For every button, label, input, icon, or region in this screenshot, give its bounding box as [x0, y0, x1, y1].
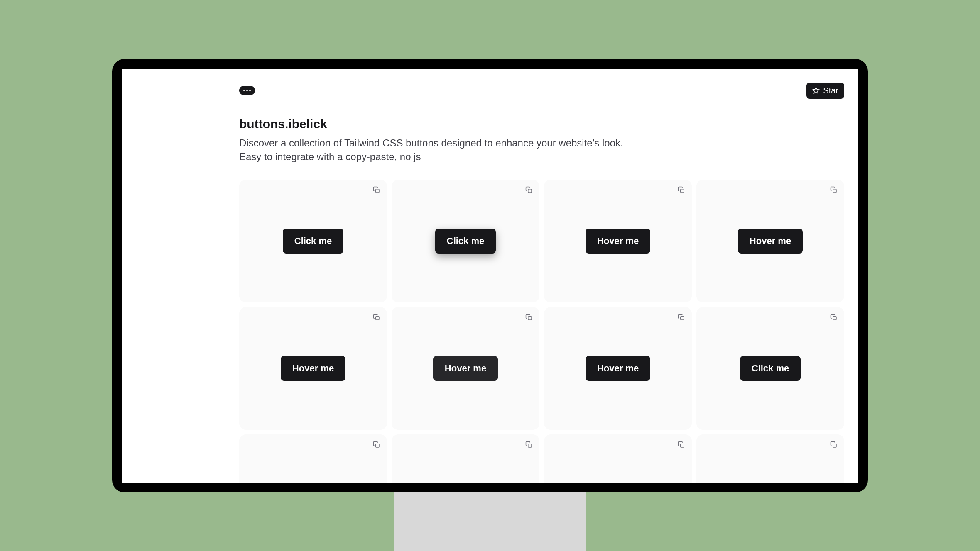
- logo-badge[interactable]: [239, 86, 255, 95]
- monitor-frame: Star buttons.ibelick Discover a collecti…: [112, 59, 868, 492]
- button-grid: Click meClick meHover meHover meHover me…: [239, 180, 844, 483]
- svg-rect-4: [833, 189, 836, 192]
- header: Star: [239, 83, 844, 99]
- svg-rect-6: [528, 316, 532, 319]
- logo-dots: [243, 90, 251, 91]
- demo-button[interactable]: Hover me: [281, 356, 345, 381]
- monitor-stand: [394, 480, 586, 551]
- copy-icon[interactable]: [525, 314, 533, 321]
- copy-icon[interactable]: [830, 441, 838, 449]
- demo-button[interactable]: Hover me: [433, 356, 498, 381]
- button-card: Click me: [696, 307, 844, 430]
- demo-button[interactable]: Click me: [283, 229, 344, 254]
- svg-rect-12: [833, 444, 836, 447]
- copy-icon[interactable]: [830, 186, 838, 194]
- button-card: Hover me: [696, 180, 844, 302]
- svg-rect-11: [681, 444, 684, 447]
- svg-rect-2: [528, 189, 532, 192]
- copy-icon[interactable]: [525, 441, 533, 449]
- button-card: Hover me: [392, 434, 539, 483]
- copy-icon[interactable]: [678, 314, 685, 321]
- button-card: Hover me: [544, 180, 692, 302]
- copy-icon[interactable]: [830, 314, 838, 321]
- button-card: Hover me: [239, 307, 387, 430]
- copy-icon[interactable]: [525, 186, 533, 194]
- button-card: Hover me: [392, 307, 539, 430]
- demo-button[interactable]: Click me: [740, 356, 801, 381]
- page-description: Discover a collection of Tailwind CSS bu…: [239, 136, 844, 164]
- demo-button[interactable]: Click me: [435, 229, 496, 254]
- page-title: buttons.ibelick: [239, 117, 844, 131]
- screen: Star buttons.ibelick Discover a collecti…: [122, 69, 858, 483]
- svg-rect-10: [528, 444, 532, 447]
- button-card: Click me: [239, 180, 387, 302]
- star-button[interactable]: Star: [806, 83, 844, 99]
- button-card: Hover me: [544, 307, 692, 430]
- star-label: Star: [823, 86, 838, 95]
- button-card: Click me: [392, 180, 539, 302]
- demo-button[interactable]: Hover me: [586, 356, 650, 381]
- svg-rect-7: [681, 316, 684, 319]
- copy-icon[interactable]: [373, 186, 380, 194]
- copy-icon[interactable]: [373, 441, 380, 449]
- copy-icon[interactable]: [678, 186, 685, 194]
- svg-rect-3: [681, 189, 684, 192]
- sidebar: [122, 69, 225, 483]
- star-icon: [812, 87, 820, 94]
- button-card: Hover Me: [696, 434, 844, 483]
- svg-rect-5: [376, 316, 379, 319]
- button-card: Hover Me: [544, 434, 692, 483]
- svg-rect-1: [376, 189, 379, 192]
- svg-rect-9: [376, 444, 379, 447]
- main-content: Star buttons.ibelick Discover a collecti…: [225, 69, 858, 483]
- svg-rect-8: [833, 316, 836, 319]
- demo-button[interactable]: Hover me: [586, 229, 650, 254]
- copy-icon[interactable]: [678, 441, 685, 449]
- demo-button[interactable]: Hover me: [738, 229, 803, 254]
- copy-icon[interactable]: [373, 314, 380, 321]
- svg-marker-0: [813, 88, 819, 93]
- button-card: Click me: [239, 434, 387, 483]
